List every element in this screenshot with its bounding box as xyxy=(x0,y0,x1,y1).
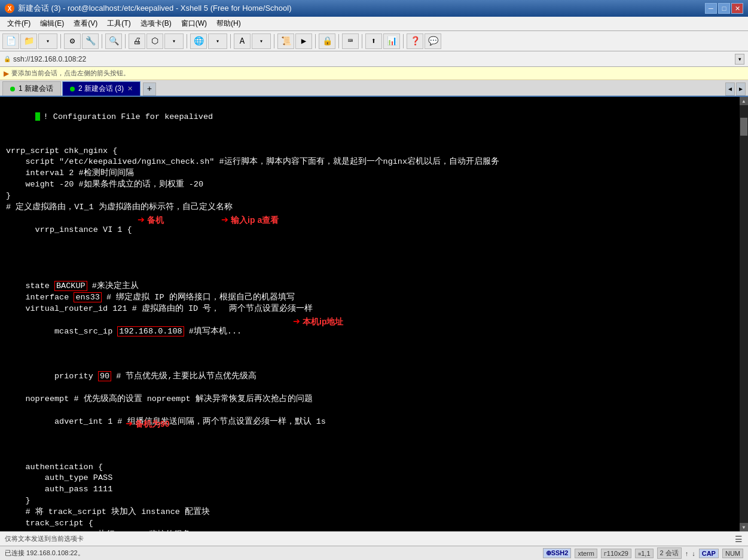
tb-web-dropdown[interactable]: ▾ xyxy=(208,33,227,49)
tb-sep4 xyxy=(187,34,187,48)
line-priority: priority 90 # 节点优先级,主要比从节点优先级高 xyxy=(6,360,734,394)
ann-local-ip: 本机ip地址 xyxy=(303,316,343,328)
cap-badge: CAP xyxy=(699,549,719,558)
tb-sep10 xyxy=(403,34,404,48)
line-interface: interface ens33 # 绑定虚拟 IP 的网络接口，根据自己的机器填… xyxy=(6,292,734,304)
tb-msg[interactable]: 💬 xyxy=(425,33,441,49)
line-auth-type: auth_type PASS xyxy=(6,473,734,484)
terminal-header-line: ! Configuration File for keepalived xyxy=(6,100,734,134)
ann-backup: 备机 xyxy=(147,215,164,227)
tb-sep3 xyxy=(125,34,126,48)
position-badge: ≡1,1 xyxy=(635,549,654,558)
notice-icon: ▶ xyxy=(4,69,9,78)
scroll-thumb[interactable] xyxy=(740,118,747,136)
address-bar: 🔒 ssh://192.168.0.108:22 ▾ xyxy=(0,51,748,67)
tb-script2[interactable]: ▶ xyxy=(295,33,312,49)
tab-add-button[interactable]: + xyxy=(143,82,156,96)
maximize-button[interactable]: □ xyxy=(718,3,730,14)
tb-font-dropdown[interactable]: ▾ xyxy=(252,33,271,49)
menu-view[interactable]: 查看(V) xyxy=(69,17,102,30)
tb-connect[interactable]: ⚙ xyxy=(64,33,81,49)
lock-icon: 🔒 xyxy=(4,56,11,62)
tb-find[interactable]: 🔍 xyxy=(105,33,122,49)
tb-sep7 xyxy=(315,34,316,48)
tabs-prev[interactable]: ◀ xyxy=(725,82,735,96)
line-track-open: track_script { xyxy=(6,518,734,530)
terminal[interactable]: ! Configuration File for keepalived vrrp… xyxy=(0,97,740,531)
tb-open-dropdown[interactable]: ▾ xyxy=(38,33,57,49)
terminal-wrapper: ! Configuration File for keepalived vrrp… xyxy=(0,97,748,531)
status-bar: 已连接 192.168.0.108:22。 ⊕SSH2 xterm Γ110x2… xyxy=(0,546,748,560)
menu-tools[interactable]: 工具(T) xyxy=(102,17,135,30)
tabs-next[interactable]: ▶ xyxy=(736,82,746,96)
tb-sep5 xyxy=(230,34,231,48)
tab1-dot xyxy=(10,87,15,91)
tb-print[interactable]: 🖨 xyxy=(129,33,145,49)
app-icon: X xyxy=(5,4,14,13)
tb-print2[interactable]: ⬡ xyxy=(146,33,163,49)
tab2-label: 2 新建会话 (3) xyxy=(78,84,124,94)
menu-window[interactable]: 窗口(W) xyxy=(176,17,212,30)
tb-lock[interactable]: 🔒 xyxy=(319,33,335,49)
line-blank1 xyxy=(6,134,734,146)
line-track-comment: # 将 track_script 块加入 instance 配置块 xyxy=(6,507,734,518)
tb-connect2[interactable]: 🔧 xyxy=(82,33,99,49)
scroll-down[interactable]: ▼ xyxy=(740,523,748,531)
bottom-text: 仅将文本发送到当前选项卡 xyxy=(5,534,84,543)
line-close1: } xyxy=(6,191,734,202)
tb-open[interactable]: 📁 xyxy=(20,33,37,49)
scrollbar[interactable]: ▲ ▼ xyxy=(740,97,748,531)
ann-input: 输入ip a查看 xyxy=(231,215,279,227)
line-auth-pass: auth_pass 1111 xyxy=(6,484,734,495)
tb-sep8 xyxy=(338,34,339,48)
menu-file[interactable]: 文件(F) xyxy=(2,17,35,30)
menu-help[interactable]: 帮助(H) xyxy=(212,17,246,30)
line-vrid: virtual_router_id 121 # 虚拟路由的 ID 号， 两个节点… xyxy=(6,304,734,315)
line-vrrp-script: vrrp_script chk_nginx { xyxy=(6,146,734,157)
line-comment1: # 定义虚拟路由，VI_1 为虚拟路由的标示符，自己定义名称 xyxy=(6,202,734,213)
tb-web[interactable]: 🌐 xyxy=(190,33,207,49)
tb-help[interactable]: ❓ xyxy=(407,33,423,49)
line-interval: interval 2 #检测时间间隔 xyxy=(6,168,734,179)
toolbar: 📄 📁 ▾ ⚙ 🔧 🔍 🖨 ⬡ ▾ 🌐 ▾ A ▾ 📜 ▶ 🔒 ⌨ ⬆ 📊 ❓ … xyxy=(0,31,748,51)
tab-1[interactable]: 1 新建会话 xyxy=(2,81,61,96)
tb-up[interactable]: ⬆ xyxy=(365,33,382,49)
rows-cols-badge: Γ110x29 xyxy=(601,549,631,558)
down-arrow: ↓ xyxy=(692,550,695,557)
minimize-button[interactable]: ─ xyxy=(705,3,717,14)
line-auth-open: authentication { xyxy=(6,462,734,473)
bottom-menu[interactable]: ☰ xyxy=(734,534,743,544)
tb-font[interactable]: A xyxy=(234,33,251,49)
menu-edit[interactable]: 编辑(E) xyxy=(35,17,69,30)
tb-sep2 xyxy=(102,34,102,48)
tb-new[interactable]: 📄 xyxy=(2,33,19,49)
tb-kbd[interactable]: ⌨ xyxy=(342,33,359,49)
tb-down[interactable]: 📊 xyxy=(383,33,400,49)
notice-bar: ▶ 要添加当前会话，点击左侧的箭头按钮。 xyxy=(0,67,748,80)
scroll-track[interactable] xyxy=(740,105,748,523)
address-dropdown[interactable]: ▾ xyxy=(735,54,744,65)
line-chk: chk_nginx #执行 Nginx 监控的服务 xyxy=(6,530,734,531)
notice-text: 要添加当前会话，点击左侧的箭头按钮。 xyxy=(11,69,130,78)
tab-2[interactable]: 2 新建会话 (3) ✕ xyxy=(62,81,141,96)
tb-script[interactable]: 📜 xyxy=(277,33,294,49)
tab2-close[interactable]: ✕ xyxy=(127,85,133,93)
line-weight: weight -20 #如果条件成立的话，则权重 -20 xyxy=(6,179,734,191)
up-arrow: ↑ xyxy=(685,550,689,557)
tb-sep9 xyxy=(362,34,362,48)
menu-bar: 文件(F) 编辑(E) 查看(V) 工具(T) 选项卡(B) 窗口(W) 帮助(… xyxy=(0,17,748,31)
menu-tabs[interactable]: 选项卡(B) xyxy=(136,17,176,30)
window-title: 新建会话 (3) - root@localhost:/etc/keepalive… xyxy=(18,3,292,14)
tb-print-dropdown[interactable]: ▾ xyxy=(164,33,184,49)
line-script: script "/etc/keepalived/nginx_check.sh" … xyxy=(6,157,734,168)
scroll-up[interactable]: ▲ xyxy=(740,97,748,105)
connection-status: 已连接 192.168.0.108:22。 xyxy=(5,549,84,558)
num-badge: NUM xyxy=(722,549,743,558)
line-mcast: mcast_src_ip 192.168.0.108 #填写本机... ➔ 本机… xyxy=(6,315,734,360)
tab2-dot xyxy=(70,87,75,91)
sessions-badge: 2 会话 xyxy=(657,547,682,559)
line-advert: advert_int 1 # 组播信息发送间隔，两个节点设置必须一样，默认 1s… xyxy=(6,405,734,461)
close-button[interactable]: ✕ xyxy=(731,3,743,14)
line-auth-close: } xyxy=(6,495,734,507)
line-nopreempt: nopreempt # 优先级高的设置 nopreempt 解决异常恢复后再次抢… xyxy=(6,394,734,405)
